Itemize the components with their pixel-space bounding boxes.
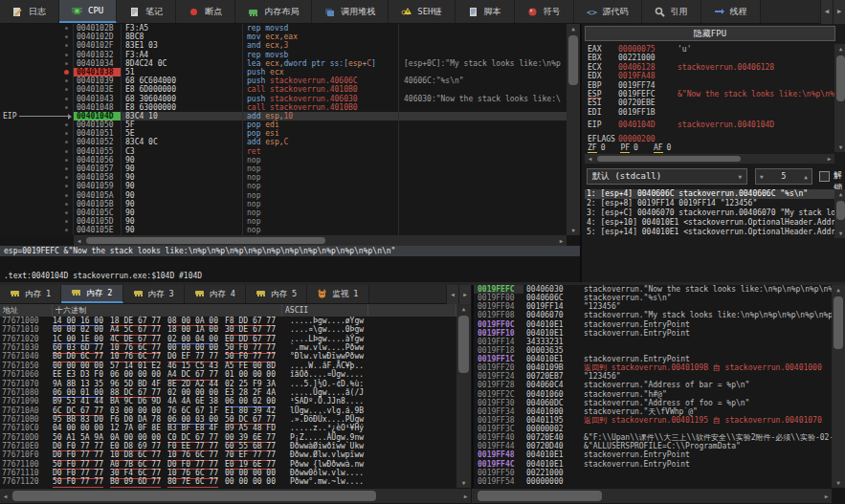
- scroll-left-icon[interactable]: ◀: [0, 492, 11, 501]
- stack-row[interactable]: 0019FF0C004010E1stackoverrun.EntryPoint: [474, 320, 832, 329]
- scrollbar-track[interactable]: [11, 489, 460, 503]
- stack-view[interactable]: 0019FEFC00406030stackoverrun."Now the st…: [472, 285, 832, 488]
- memory-row[interactable]: 7767112050 F0 77 77B0 09 6D 7780 7E 6C 7…: [0, 477, 456, 486]
- stack-row[interactable]: 0019FF5400000000: [474, 477, 832, 486]
- disasm-row[interactable]: 0040105A90nop: [0, 191, 567, 200]
- stack-row[interactable]: 0019FF5000221000: [474, 469, 832, 477]
- scrollbar-track[interactable]: [834, 54, 845, 142]
- disasm-row[interactable]: 0040102D8BC8mov ecx,eax: [0, 33, 567, 41]
- scroll-down-icon[interactable]: ▼: [834, 142, 845, 152]
- register-row[interactable]: EDI0019FF1B: [588, 108, 834, 117]
- scroll-down-icon[interactable]: ▼: [832, 478, 845, 488]
- scrollbar-track[interactable]: [84, 235, 556, 246]
- stack-row[interactable]: 0019FF10004010E1stackoverrun.EntryPoint: [474, 329, 832, 338]
- call-argument-row[interactable]: 3: [esp+C] 00406070 stackoverrun.0040607…: [585, 208, 834, 218]
- memory-row[interactable]: 7767108006 00 01 0088 DC 67 7702 00 00 0…: [0, 388, 456, 397]
- stack-hscrollbar[interactable]: ▶: [472, 489, 832, 503]
- register-row[interactable]: ESP0019FEFC&"Now the stack looks like:\n…: [588, 90, 834, 99]
- tab-breakpoints[interactable]: 断点: [176, 0, 235, 23]
- disassembly-view[interactable]: 0040102BF3:A5rep movsd0040102D8BC8mov ec…: [0, 24, 567, 235]
- memory-row[interactable]: 7767110050 F0 77 77A0 7B 6C 77D0 F0 77 7…: [0, 460, 456, 469]
- stack-row[interactable]: 0019FF0800406070stackoverrun."My stack l…: [474, 311, 832, 319]
- disasm-row[interactable]: 0040105790nop: [0, 164, 567, 173]
- scrollbar-thumb[interactable]: [478, 491, 602, 501]
- register-row[interactable]: EAX00000075'u': [588, 45, 834, 54]
- call-argument-row[interactable]: 1: [esp+4] 0040606C stackoverrun.0040606…: [585, 189, 834, 199]
- stack-row[interactable]: 0019FF200040109B返回到 stackoverrun.0040109…: [474, 363, 832, 372]
- disasm-row[interactable]: 0040105690nop: [0, 156, 567, 164]
- scroll-up-icon[interactable]: ▲: [832, 285, 845, 295]
- memory-row[interactable]: 776710A06C DC 67 7703 00 00 0076 6C 67 1…: [0, 406, 456, 415]
- disasm-row[interactable]: 004010515Epop esi: [0, 129, 567, 138]
- register-row[interactable]: ECX00406128stackoverrun.00406128: [588, 63, 834, 72]
- scroll-up-icon[interactable]: ▲: [834, 44, 845, 54]
- scrollbar-track[interactable]: [567, 33, 580, 226]
- register-row[interactable]: EIP0040104Dstackoverrun.0040104D: [588, 121, 834, 129]
- stack-row[interactable]: 0019FF4000720E40&"F:\\Upan\\课件\\大三上\\软件安…: [474, 433, 832, 442]
- register-row[interactable]: EBX00221000: [588, 54, 834, 62]
- memory-tab-dump-2[interactable]: 内存 2: [61, 285, 122, 303]
- scrollbar-track[interactable]: [832, 295, 845, 478]
- tab-call-stack[interactable]: 调用堆栈: [312, 0, 389, 23]
- calling-convention-select[interactable]: 默认 (stdcall) ▼: [587, 168, 747, 185]
- scroll-up-icon[interactable]: ▲: [456, 304, 471, 314]
- disasm-vscrollbar[interactable]: ▲ ▼: [567, 24, 580, 235]
- arg-count-stepper[interactable]: ▼ 5 ▲: [755, 168, 812, 185]
- memory-row[interactable]: 776710201C 00 1E 004C DE 67 7702 00 04 0…: [0, 335, 456, 343]
- scroll-right-icon[interactable]: ▶: [460, 492, 471, 501]
- memory-row[interactable]: 77671040B0 D0 6C 7710 76 6C 77D0 EF 77 7…: [0, 352, 456, 361]
- disasm-row[interactable]: 0040105E90nop: [0, 226, 567, 234]
- scrollbar-track[interactable]: [595, 154, 824, 164]
- scroll-down-icon[interactable]: ▼: [456, 478, 471, 488]
- stack-row[interactable]: 0019FF48004010E1stackoverrun.EntryPoint: [474, 450, 832, 459]
- flag-item[interactable]: AF0: [654, 143, 671, 152]
- register-row[interactable]: EDX0019FA48: [588, 72, 834, 80]
- tab-threads[interactable]: 线程: [701, 0, 761, 23]
- scrollbar-thumb[interactable]: [86, 237, 325, 244]
- scroll-right-icon[interactable]: ▶: [824, 154, 834, 164]
- memory-tab-dump-4[interactable]: 内存 4: [185, 285, 246, 303]
- tab-seh-chain[interactable]: SEH链: [389, 0, 455, 23]
- disasm-row[interactable]: 0040104368 30604000push stackoverrun.406…: [0, 95, 567, 103]
- register-row[interactable]: ESI00720EBE: [588, 99, 834, 107]
- scroll-down-icon[interactable]: ▼: [834, 229, 845, 238]
- memory-dump-view[interactable]: 7767100014 00 16 0018 DE 67 7708 00 0A 0…: [0, 317, 456, 488]
- unlock-checkbox[interactable]: [819, 171, 830, 182]
- scroll-up-icon[interactable]: ▲: [834, 189, 845, 199]
- tab-log[interactable]: 日志: [0, 0, 59, 23]
- tab-notes[interactable]: 笔记: [117, 0, 176, 23]
- scroll-left-icon[interactable]: ◀: [74, 236, 84, 246]
- disasm-row[interactable]: 0040102BF3:A5rep movsd: [0, 24, 567, 33]
- call-argument-row[interactable]: 4: [esp+10] 004010E1 <stackoverrun.Optio…: [585, 218, 834, 228]
- stack-row[interactable]: 0019FF3400401000stackoverrun."天\fVWhp`@": [474, 407, 832, 416]
- memory-row[interactable]: 776710C004 00 00 0012 7A 0F 8EB3 BF E8 4…: [0, 424, 456, 432]
- breakpoint-dot-icon[interactable]: [64, 70, 69, 75]
- memory-hscrollbar[interactable]: ◀ ▶: [0, 489, 471, 503]
- scrollbar-track[interactable]: [456, 314, 471, 478]
- stack-row[interactable]: 0019FF040019FF14"123456": [474, 302, 832, 311]
- disasm-row[interactable]: 00401048E8 63000000call stackoverrun.401…: [0, 103, 567, 112]
- memory-tab-scroll-right-button[interactable]: ▶: [458, 285, 471, 304]
- tab-scroll-left-button[interactable]: ◀: [820, 0, 833, 24]
- scrollbar-track[interactable]: [834, 199, 845, 229]
- register-row[interactable]: EFLAGS00000200: [588, 135, 834, 143]
- scrollbar-thumb[interactable]: [836, 55, 845, 101]
- scrollbar-thumb[interactable]: [834, 296, 843, 349]
- memory-row[interactable]: 7767105000 00 00 0057 14 01 E246 15 C5 4…: [0, 362, 456, 370]
- register-row[interactable]: EBP0019FF74: [588, 81, 834, 90]
- stack-row[interactable]: 0019FF000040606Cstackoverrun."%s\n": [474, 294, 832, 302]
- stack-row[interactable]: 0019FF30004060DCstackoverrun."Address of…: [474, 399, 832, 407]
- memory-row[interactable]: 776710F0D0 F0 77 7710 D8 6C 7710 76 6C 7…: [0, 450, 456, 459]
- scrollbar-thumb[interactable]: [597, 156, 741, 162]
- disasm-row[interactable]: 0040105C90nop: [0, 208, 567, 217]
- scroll-left-icon[interactable]: ◀: [585, 154, 595, 164]
- memory-tab-scroll-left-button[interactable]: ◀: [446, 285, 458, 304]
- arguments-vscrollbar[interactable]: ▲ ▼: [834, 189, 845, 238]
- disasm-row[interactable]: 00401032F3:A4rep movsb: [0, 51, 567, 59]
- stack-vscrollbar[interactable]: ▲ ▼: [832, 285, 845, 488]
- scrollbar-track[interactable]: [472, 489, 821, 503]
- flag-item[interactable]: PF0: [620, 143, 637, 152]
- tab-cpu[interactable]: CPU: [59, 0, 117, 23]
- disasm-row[interactable]: 0040103EE8 6D000000call stackoverrun.401…: [0, 85, 567, 94]
- scrollbar-thumb[interactable]: [458, 316, 469, 373]
